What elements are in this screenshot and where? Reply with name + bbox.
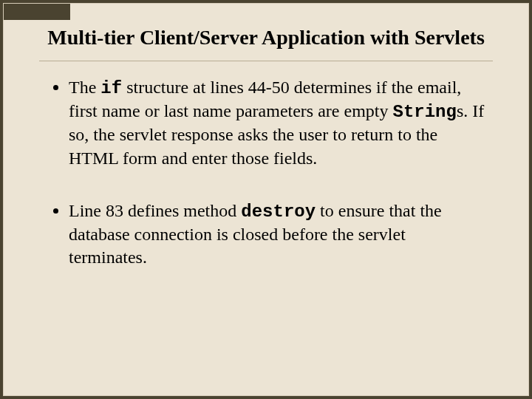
title-rule <box>39 61 493 61</box>
text-segment: Line 83 defines method <box>69 201 241 220</box>
slide-paper: Multi-tier Client/Server Application wit… <box>3 3 529 396</box>
text-segment: The <box>69 78 100 97</box>
list-item: Line 83 defines method destroy to ensure… <box>69 200 493 270</box>
bullet-list: The if structure at lines 44-50 determin… <box>39 76 493 269</box>
code-segment: destroy <box>241 202 316 222</box>
slide-frame: Multi-tier Client/Server Application wit… <box>0 0 532 399</box>
slide-title: Multi-tier Client/Server Application wit… <box>39 24 493 50</box>
code-segment: if <box>100 78 122 98</box>
code-segment: String <box>392 102 456 122</box>
list-item: The if structure at lines 44-50 determin… <box>69 76 493 170</box>
